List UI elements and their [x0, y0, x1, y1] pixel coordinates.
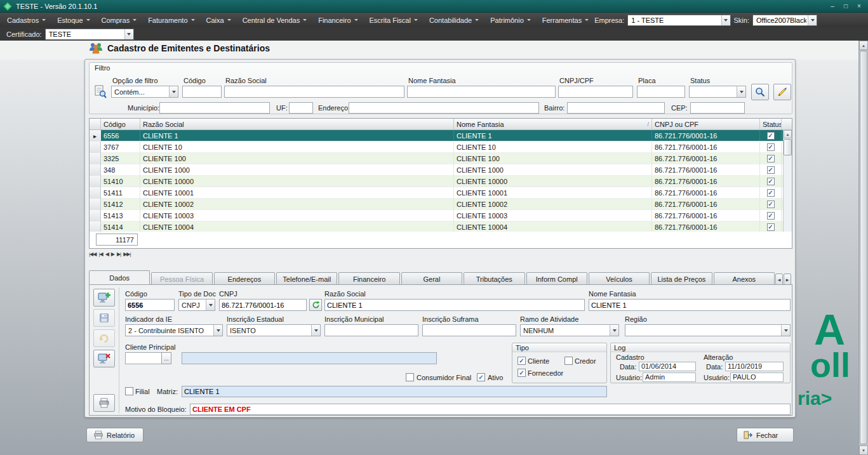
- main-scroll-down-icon[interactable]: ▼: [859, 445, 868, 455]
- tab-lista-de-pre-os[interactable]: Lista de Preços: [651, 272, 712, 285]
- skin-select[interactable]: Office2007Black: [752, 15, 817, 26]
- save-button[interactable]: [93, 309, 115, 327]
- consumidor-final-checkbox[interactable]: [406, 373, 414, 381]
- inscricao-suframa-field[interactable]: [422, 324, 516, 336]
- status-checkbox[interactable]: ✓: [767, 155, 775, 162]
- filter-fantasia-input[interactable]: [407, 86, 556, 98]
- ativo-checkbox[interactable]: ✓: [477, 373, 485, 381]
- indicador-ie-select[interactable]: 2 - Contribuinte ISENTO: [125, 324, 223, 336]
- status-checkbox[interactable]: ✓: [767, 212, 775, 220]
- table-row[interactable]: 51412CLIENTE 10002CLIENTE 1000286.721.77…: [90, 199, 792, 210]
- nome-fantasia-field[interactable]: [589, 299, 791, 311]
- header-cnpj[interactable]: CNPJ ou CPF: [652, 119, 760, 129]
- close-button[interactable]: ×: [853, 2, 865, 11]
- razao-social-field[interactable]: [324, 299, 585, 311]
- matriz-field[interactable]: [182, 386, 607, 397]
- menu-item-estoque[interactable]: Estoque: [51, 13, 95, 27]
- filter-razao-input[interactable]: [224, 86, 404, 98]
- filter-cnpj-input[interactable]: [558, 86, 633, 98]
- new-record-button[interactable]: [93, 289, 115, 307]
- header-codigo[interactable]: Código: [101, 119, 140, 129]
- search-button[interactable]: [751, 84, 769, 100]
- motivo-bloqueio-field[interactable]: [190, 404, 791, 415]
- table-row[interactable]: 51413CLIENTE 10003CLIENTE 1000386.721.77…: [90, 210, 792, 221]
- filial-checkbox[interactable]: [125, 387, 133, 395]
- cliente-principal-lookup-button[interactable]: ...: [161, 352, 171, 364]
- menu-item-patrim-nio[interactable]: Patrimônio: [484, 13, 537, 27]
- tab-inform-compl[interactable]: Inform Compl: [526, 272, 587, 285]
- cliente-checkbox[interactable]: ✓: [517, 357, 526, 365]
- pager-button-3[interactable]: ▶: [111, 251, 114, 257]
- filter-bairro-input[interactable]: [567, 102, 665, 114]
- filter-endereco-input[interactable]: [349, 102, 539, 114]
- grid-scroll-thumb[interactable]: [784, 139, 792, 155]
- filter-uf-input[interactable]: [289, 102, 313, 114]
- table-row[interactable]: 348CLIENTE 1000CLIENTE 100086.721.776/00…: [90, 164, 792, 176]
- filter-cep-input[interactable]: [690, 102, 745, 114]
- tab-scroll-left-icon[interactable]: ◀: [775, 274, 783, 285]
- status-checkbox[interactable]: ✓: [767, 223, 775, 231]
- grid-scrollbar[interactable]: ▲ ▼: [783, 130, 792, 248]
- menu-item-escrita-fiscal[interactable]: Escrita Fiscal: [364, 13, 424, 27]
- header-nome-fantasia[interactable]: Nome Fantasia /: [454, 119, 652, 129]
- cnpj-field[interactable]: [219, 299, 307, 311]
- menu-item-financeiro[interactable]: Financeiro: [312, 13, 363, 27]
- empresa-select[interactable]: 1 - TESTE: [627, 15, 730, 26]
- cnpj-refresh-button[interactable]: [309, 299, 322, 311]
- credor-checkbox[interactable]: [564, 357, 573, 365]
- tab-financeiro[interactable]: Financeiro: [338, 272, 399, 285]
- inscricao-estadual-select[interactable]: ISENTO: [227, 324, 321, 336]
- status-checkbox[interactable]: ✓: [767, 143, 775, 151]
- status-checkbox[interactable]: ✓: [767, 201, 775, 208]
- filter-opcao-select[interactable]: Contém...: [111, 86, 178, 98]
- tab-endere-os[interactable]: Endereços: [214, 272, 275, 285]
- status-checkbox[interactable]: ✓: [767, 178, 775, 185]
- main-scrollbar[interactable]: ▲ ▼: [858, 41, 868, 455]
- tab-ve-culos[interactable]: Veículos: [589, 272, 650, 285]
- codigo-field[interactable]: [125, 299, 175, 311]
- table-row[interactable]: 3767CLIENTE 10CLIENTE 1086.721.776/0001-…: [90, 142, 792, 153]
- print-button[interactable]: [93, 394, 115, 412]
- main-scroll-thumb[interactable]: [860, 51, 867, 444]
- certificado-select[interactable]: TESTE: [45, 29, 134, 40]
- status-checkbox[interactable]: ✓: [767, 189, 775, 197]
- menu-item-cadastros[interactable]: Cadastros: [1, 13, 51, 27]
- tab-tributa-es[interactable]: Tributações: [464, 272, 524, 285]
- menu-item-ferramentas[interactable]: Ferramentas: [537, 13, 594, 27]
- table-row[interactable]: 3325CLIENTE 100CLIENTE 10086.721.776/000…: [90, 153, 792, 164]
- pager-button-0[interactable]: |◀◀: [89, 251, 96, 257]
- menu-item-central-de-vendas[interactable]: Central de Vendas: [237, 13, 313, 27]
- table-row[interactable]: 51411CLIENTE 10001CLIENTE 1000186.721.77…: [90, 187, 792, 199]
- tab-telefone-e-mail[interactable]: Telefone/E-mail: [276, 272, 337, 285]
- filter-options-button[interactable]: [91, 82, 110, 101]
- menu-item-faturamento[interactable]: Faturamento: [142, 13, 200, 27]
- filter-municipio-input[interactable]: [159, 102, 270, 114]
- table-row[interactable]: ▸6556CLIENTE 1CLIENTE 186.721.776/0001-1…: [90, 130, 792, 142]
- tab-geral[interactable]: Geral: [401, 272, 462, 285]
- fornecedor-checkbox[interactable]: ✓: [517, 369, 526, 377]
- regiao-select[interactable]: [625, 324, 791, 336]
- tab-scroll-right-icon[interactable]: ▶: [784, 274, 791, 285]
- pager-button-2[interactable]: ◀: [105, 251, 109, 257]
- status-checkbox[interactable]: ✓: [767, 166, 775, 174]
- delete-record-button[interactable]: [93, 350, 115, 367]
- pager-button-1[interactable]: |◀: [98, 251, 102, 257]
- clear-filter-button[interactable]: [773, 84, 791, 100]
- tipo-doc-select[interactable]: CNPJ: [178, 299, 215, 311]
- undo-button[interactable]: [93, 329, 115, 347]
- cliente-principal-nome-field[interactable]: [182, 352, 437, 364]
- filter-codigo-input[interactable]: [182, 86, 222, 98]
- ramo-atividade-select[interactable]: NENHUM: [520, 324, 619, 336]
- pager-button-4[interactable]: ▶|: [117, 251, 121, 257]
- cliente-principal-codigo-field[interactable]: [125, 352, 162, 364]
- header-status[interactable]: Status: [760, 119, 782, 129]
- menu-item-contabilidade[interactable]: Contabilidade: [424, 13, 484, 27]
- minimize-button[interactable]: –: [827, 2, 838, 11]
- menu-item-caixa[interactable]: Caixa: [201, 13, 237, 27]
- table-row[interactable]: 51410CLIENTE 10000CLIENTE 1000086.721.77…: [90, 176, 792, 187]
- scroll-up-icon[interactable]: ▲: [784, 130, 792, 138]
- tab-dados[interactable]: Dados: [89, 270, 150, 285]
- filter-status-select[interactable]: [689, 86, 746, 98]
- main-scroll-up-icon[interactable]: ▲: [859, 41, 868, 50]
- relatorio-button[interactable]: Relatório: [86, 428, 144, 442]
